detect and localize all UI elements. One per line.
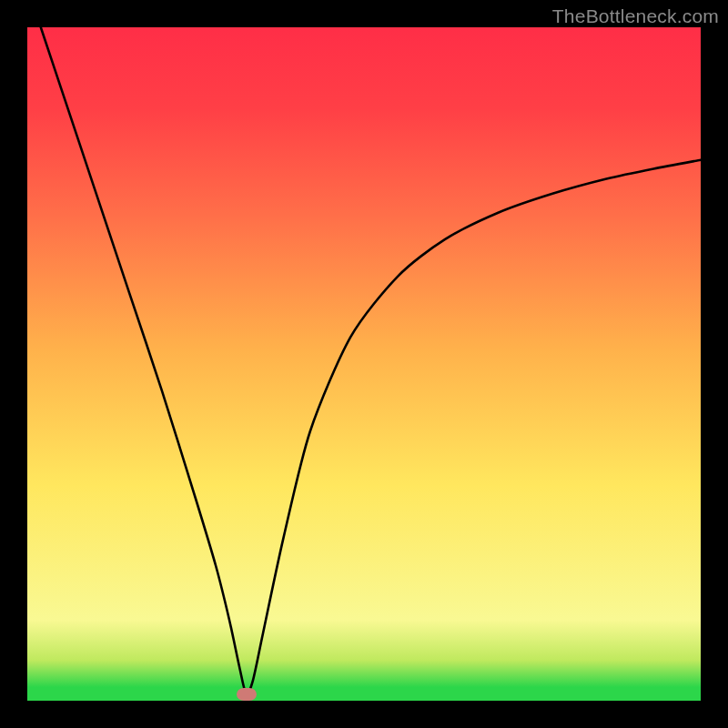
chart-container: TheBottleneck.com xyxy=(0,0,728,728)
optimal-point-marker xyxy=(237,688,257,701)
curve-svg xyxy=(27,27,701,701)
bottleneck-curve xyxy=(41,27,701,694)
plot-area xyxy=(27,27,701,701)
watermark-text: TheBottleneck.com xyxy=(552,5,719,27)
